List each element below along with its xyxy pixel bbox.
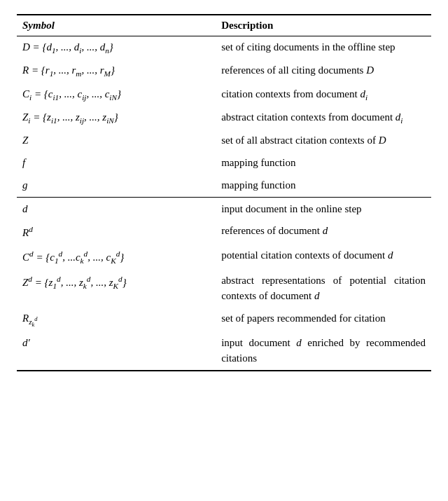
header-description: Description (216, 15, 431, 36)
notation-table: Symbol Description D = {d1, ..., di, ...… (17, 14, 431, 371)
table-row: Zset of all abstract citation contexts o… (17, 130, 431, 152)
symbol-cell: d (17, 197, 216, 220)
symbol-cell: f (17, 152, 216, 174)
description-cell: input document in the online step (216, 197, 431, 220)
table-row: Zi = {zi1, ..., zij, ..., ziN}abstract c… (17, 107, 431, 130)
symbol-cell: g (17, 174, 216, 197)
table-row: dinput document in the online step (17, 197, 431, 220)
table-row: Cd = {c1d, ...ckd, ..., cKd}potential ci… (17, 245, 431, 270)
symbol-cell: Rzkd (17, 308, 216, 332)
description-cell: mapping function (216, 152, 431, 174)
table-row: gmapping function (17, 174, 431, 197)
symbol-cell: R = {r1, ..., rm, ..., rM} (17, 60, 216, 83)
description-cell: references of all citing documents D (216, 60, 431, 83)
description-cell: abstract representations of potential ci… (216, 270, 431, 308)
symbol-cell: D = {d1, ..., di, ..., dn} (17, 36, 216, 60)
symbol-cell: Zd = {z1d, ..., zkd, ..., zKd} (17, 270, 216, 308)
description-cell: references of document d (216, 220, 431, 245)
description-cell: set of citing documents in the offline s… (216, 36, 431, 60)
symbol-cell: d′ (17, 332, 216, 371)
table-row: d′input document d enriched by recommend… (17, 332, 431, 371)
symbol-cell: Zi = {zi1, ..., zij, ..., ziN} (17, 107, 216, 130)
description-cell: abstract citation contexts from document… (216, 107, 431, 130)
description-cell: set of papers recommended for citation (216, 308, 431, 332)
table-row: Rdreferences of document d (17, 220, 431, 245)
symbol-cell: Cd = {c1d, ...ckd, ..., cKd} (17, 245, 216, 270)
symbol-cell: Ci = {ci1, ..., cij, ..., ciN} (17, 83, 216, 107)
table-row: R = {r1, ..., rm, ..., rM}references of … (17, 60, 431, 83)
description-cell: mapping function (216, 174, 431, 197)
table-row: D = {d1, ..., di, ..., dn}set of citing … (17, 36, 431, 60)
symbol-cell: Z (17, 130, 216, 152)
description-cell: potential citation contexts of document … (216, 245, 431, 270)
table-row: Zd = {z1d, ..., zkd, ..., zKd}abstract r… (17, 270, 431, 308)
symbol-cell: Rd (17, 220, 216, 245)
description-cell: citation contexts from document di (216, 83, 431, 107)
table-row: fmapping function (17, 152, 431, 174)
table-row: Rzkdset of papers recommended for citati… (17, 308, 431, 332)
table-row: Ci = {ci1, ..., cij, ..., ciN}citation c… (17, 83, 431, 107)
description-cell: set of all abstract citation contexts of… (216, 130, 431, 152)
description-cell: input document d enriched by recommended… (216, 332, 431, 371)
header-symbol: Symbol (17, 15, 216, 36)
